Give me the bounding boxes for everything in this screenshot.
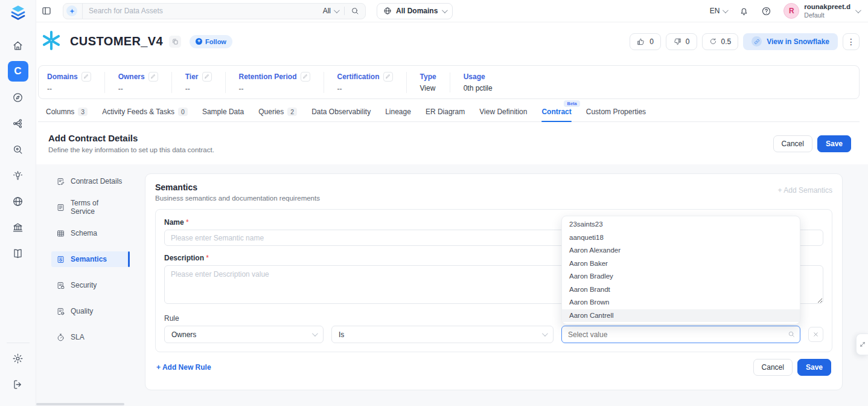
semantics-card: Semantics Business semantics and documen…	[145, 173, 843, 390]
search-input[interactable]: Search for Data Assets	[82, 4, 323, 19]
nav-security[interactable]: Security	[51, 277, 128, 293]
field-label: Type	[420, 72, 436, 81]
field-value: --	[337, 85, 393, 93]
tab-contract[interactable]: ContractBeta	[541, 108, 571, 121]
chevron-down-icon	[312, 330, 318, 337]
resize-handle[interactable]	[856, 334, 868, 355]
help-icon[interactable]	[761, 6, 771, 16]
field-label: Owners	[118, 72, 145, 81]
settings-gear-icon[interactable]	[8, 348, 28, 369]
horizontal-scrollbar[interactable]	[36, 403, 124, 405]
edit-pencil-icon[interactable]	[383, 72, 393, 82]
avatar: R	[783, 3, 799, 19]
rule-attribute-value: Owners	[171, 330, 196, 339]
atlan-logo-icon	[9, 4, 27, 24]
tab-sample-data[interactable]: Sample Data	[202, 108, 244, 121]
globe-icon[interactable]	[8, 191, 28, 211]
sidebar-toggle-icon[interactable]	[41, 5, 52, 16]
field-value: View	[420, 84, 436, 92]
compass-icon[interactable]	[8, 87, 28, 108]
tab-columns[interactable]: Columns3	[46, 108, 88, 121]
view-in-snowflake-button[interactable]: View in Snowflake	[743, 33, 838, 50]
contract-cancel-button[interactable]: Cancel	[773, 135, 812, 152]
tab-count: 0	[178, 108, 188, 116]
rule-value-input[interactable]	[561, 326, 800, 343]
workflow-icon[interactable]	[8, 113, 28, 134]
add-semantics-button[interactable]: + Add Semantics	[778, 186, 832, 195]
downvote-button[interactable]: 0	[666, 33, 697, 50]
dropdown-option[interactable]: Aaron Brown	[562, 296, 800, 309]
edit-pencil-icon[interactable]	[148, 72, 158, 82]
dropdown-option[interactable]: 23saints23	[562, 218, 800, 231]
tab-view-definition[interactable]: View Definition	[479, 108, 527, 121]
search-scope-dropdown[interactable]: All	[323, 7, 338, 15]
edit-pencil-icon[interactable]	[81, 72, 91, 82]
copy-icon[interactable]	[169, 36, 181, 48]
nav-quality[interactable]: Quality	[51, 303, 128, 319]
glossary-icon[interactable]	[8, 243, 28, 263]
nav-terms-of-service[interactable]: Terms of Service	[51, 199, 128, 215]
tab-custom-properties[interactable]: Custom Properties	[586, 108, 646, 121]
tab-activity-feeds[interactable]: Activity Feeds & Tasks0	[102, 108, 188, 121]
tab-queries[interactable]: Queries2	[258, 108, 297, 121]
document-check-icon	[56, 307, 65, 316]
page-title: CUSTOMER_V4	[70, 34, 163, 48]
discover-icon[interactable]	[8, 139, 28, 160]
more-options-button[interactable]: ⋮	[843, 33, 860, 50]
metadata-summary-card: Domains -- Owners -- Tier -- Retention P…	[38, 65, 860, 99]
assets-icon[interactable]: C	[8, 61, 28, 82]
metadata-field-tier: Tier --	[185, 72, 226, 93]
semantics-cancel-button[interactable]: Cancel	[753, 359, 793, 376]
tab-er-diagram[interactable]: ER Diagram	[426, 108, 465, 121]
popularity-score: 0.5	[721, 37, 732, 46]
nav-schema[interactable]: Schema	[51, 225, 128, 241]
dropdown-option-highlighted[interactable]: Aaron Cantrell	[562, 309, 800, 323]
dropdown-option[interactable]: Aaron Alexander	[562, 244, 800, 257]
nav-semantics[interactable]: Semantics	[51, 251, 128, 267]
field-label: Usage	[464, 72, 485, 81]
dropdown-option[interactable]: Aaron Bradley	[562, 270, 800, 283]
tab-data-observability[interactable]: Data Observability	[311, 108, 371, 121]
rule-operator-select[interactable]: Is	[331, 326, 554, 343]
field-value: --	[47, 85, 91, 93]
follow-button[interactable]: + Follow	[190, 35, 232, 48]
dropdown-option[interactable]: aanqueti18	[562, 231, 800, 245]
popularity-button[interactable]: 0.5	[702, 33, 739, 50]
tab-count: 2	[287, 108, 297, 116]
beta-badge: Beta	[564, 100, 579, 107]
nav-sla[interactable]: SLA	[51, 329, 128, 345]
search-icon[interactable]	[351, 7, 359, 15]
contract-title: Add Contract Details	[48, 132, 214, 144]
tab-lineage[interactable]: Lineage	[385, 108, 411, 121]
metadata-field-retention: Retention Period --	[239, 72, 324, 93]
upvote-button[interactable]: 0	[630, 33, 661, 50]
dropdown-option[interactable]: Aaron Brandt	[562, 283, 800, 297]
follow-label: Follow	[205, 38, 226, 45]
field-value: --	[185, 85, 212, 93]
nav-label: Terms of Service	[71, 199, 123, 216]
governance-icon[interactable]	[8, 217, 28, 237]
edit-pencil-icon[interactable]	[301, 72, 310, 82]
nav-label: Quality	[71, 307, 93, 315]
add-new-rule-button[interactable]: + Add New Rule	[156, 363, 211, 372]
all-domains-dropdown[interactable]: All Domains	[377, 3, 453, 19]
rule-attribute-select[interactable]: Owners	[164, 326, 324, 343]
home-icon[interactable]	[8, 35, 28, 56]
semantics-save-button[interactable]: Save	[797, 359, 831, 376]
remove-rule-button[interactable]	[808, 327, 823, 342]
chevron-down-icon	[542, 330, 548, 337]
chevron-down-icon	[334, 7, 340, 13]
edit-pencil-icon[interactable]	[202, 72, 212, 82]
dropdown-option[interactable]: Aaron Baker	[562, 257, 800, 271]
insights-icon[interactable]	[8, 165, 28, 185]
global-search-bar[interactable]: Search for Data Assets All	[63, 3, 366, 19]
rail-divider	[7, 343, 30, 343]
value-options-dropdown: 23saints23 aanqueti18 Aaron Alexander Aa…	[561, 216, 800, 324]
logout-icon[interactable]	[8, 374, 28, 395]
nav-contract-details[interactable]: Contract Details	[51, 173, 128, 189]
contract-save-button[interactable]: Save	[817, 135, 851, 152]
user-menu[interactable]: R rounakpreet.d Default	[783, 3, 860, 19]
notifications-bell-icon[interactable]	[739, 6, 749, 16]
language-dropdown[interactable]: EN	[710, 7, 727, 15]
search-scope-value: All	[323, 7, 331, 15]
